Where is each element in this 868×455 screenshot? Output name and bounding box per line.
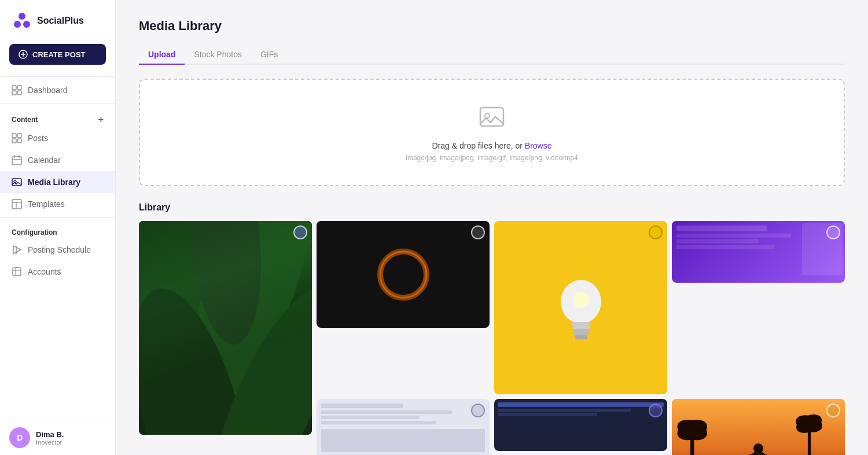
upload-dropzone[interactable]: Drag & drop files here, or Browse image/… xyxy=(139,79,845,186)
sidebar-item-calendar[interactable]: Calendar xyxy=(0,149,115,171)
library-item-3[interactable] xyxy=(494,221,667,394)
svg-rect-11 xyxy=(17,134,21,138)
sidebar-item-label-media-library: Media Library xyxy=(28,177,80,187)
logo-area: SocialPlus xyxy=(0,0,115,42)
library-title: Library xyxy=(139,202,845,213)
sidebar-divider-2 xyxy=(0,217,115,218)
configuration-section-label: Configuration xyxy=(0,220,115,239)
item-3-checkbox[interactable] xyxy=(649,225,663,239)
sidebar-divider-top xyxy=(0,76,115,77)
sidebar-item-label-posting-schedule: Posting Schedule xyxy=(28,245,91,254)
svg-point-2 xyxy=(23,21,30,28)
sidebar-item-label-calendar: Calendar xyxy=(28,156,61,165)
svg-rect-7 xyxy=(17,86,21,90)
upload-image-icon xyxy=(478,103,506,131)
svg-rect-18 xyxy=(12,179,21,186)
svg-rect-13 xyxy=(17,139,21,143)
content-add-icon[interactable]: + xyxy=(98,114,104,125)
item-1-checkbox[interactable] xyxy=(293,225,307,239)
sidebar: SocialPlus CREATE POST Dashboard Content… xyxy=(0,0,116,455)
logo-text: SocialPlus xyxy=(37,16,84,26)
svg-rect-6 xyxy=(12,86,16,90)
create-post-button[interactable]: CREATE POST xyxy=(9,44,106,65)
svg-marker-23 xyxy=(13,246,21,254)
ring-svg xyxy=(374,246,432,304)
create-post-icon xyxy=(19,50,28,59)
media-library-icon xyxy=(12,177,22,187)
library-item-7[interactable] xyxy=(672,399,845,455)
svg-point-1 xyxy=(14,21,21,28)
accounts-icon xyxy=(12,267,22,277)
svg-point-36 xyxy=(380,251,426,298)
bulb-svg xyxy=(552,264,610,351)
sidebar-item-label-templates: Templates xyxy=(28,199,65,209)
logo-icon xyxy=(12,10,32,31)
library-item-6[interactable] xyxy=(494,399,667,451)
svg-rect-12 xyxy=(12,139,16,143)
svg-point-49 xyxy=(753,443,763,453)
svg-rect-40 xyxy=(575,335,587,339)
sidebar-divider-1 xyxy=(0,103,115,104)
tab-upload[interactable]: Upload xyxy=(139,45,185,65)
user-info: Dima B. Inovector xyxy=(36,430,64,446)
sidebar-item-dashboard[interactable]: Dashboard xyxy=(0,79,115,101)
posts-icon xyxy=(12,133,22,143)
item-2-checkbox[interactable] xyxy=(471,225,485,239)
tab-stock-photos[interactable]: Stock Photos xyxy=(185,45,251,65)
svg-rect-9 xyxy=(17,91,21,95)
sidebar-item-media-library[interactable]: Media Library xyxy=(0,171,115,193)
svg-rect-8 xyxy=(12,91,16,95)
svg-rect-28 xyxy=(480,108,503,126)
tab-gifs[interactable]: GIFs xyxy=(251,45,287,65)
svg-point-29 xyxy=(485,113,490,118)
sidebar-item-posting-schedule[interactable]: Posting Schedule xyxy=(0,239,115,261)
svg-rect-20 xyxy=(12,199,21,209)
sidebar-item-accounts[interactable]: Accounts xyxy=(0,261,115,283)
item-7-checkbox[interactable] xyxy=(826,404,840,417)
svg-point-0 xyxy=(19,13,25,20)
upload-formats: image/jpg, image/jpeg, image/gif, image/… xyxy=(152,154,832,162)
grid-icon xyxy=(12,85,22,95)
sidebar-item-label-posts: Posts xyxy=(28,134,48,143)
calendar-icon xyxy=(12,155,22,165)
svg-rect-25 xyxy=(13,268,21,276)
item-6-checkbox[interactable] xyxy=(649,404,663,417)
sidebar-item-label-dashboard: Dashboard xyxy=(28,86,68,95)
library-grid xyxy=(139,221,845,455)
svg-rect-14 xyxy=(12,157,21,165)
posting-schedule-icon xyxy=(12,245,22,255)
svg-point-19 xyxy=(14,180,16,183)
svg-point-41 xyxy=(573,292,589,308)
library-item-4[interactable] xyxy=(672,221,845,283)
upload-drag-text: Drag & drop files here, or Browse xyxy=(152,141,832,150)
svg-rect-10 xyxy=(12,134,16,138)
avatar: D xyxy=(9,427,30,448)
tabs-bar: Upload Stock Photos GIFs xyxy=(139,45,845,65)
sidebar-item-templates[interactable]: Templates xyxy=(0,193,115,215)
main-content: Media Library Upload Stock Photos GIFs D… xyxy=(116,0,868,455)
svg-rect-39 xyxy=(573,329,589,335)
templates-icon xyxy=(12,199,22,209)
user-company: Inovector xyxy=(36,439,64,446)
content-section-label: Content + xyxy=(0,106,115,127)
item-4-checkbox[interactable] xyxy=(826,225,840,239)
library-item-1[interactable] xyxy=(139,221,312,435)
page-title: Media Library xyxy=(139,19,845,34)
sidebar-item-posts[interactable]: Posts xyxy=(0,127,115,149)
item-5-checkbox[interactable] xyxy=(471,404,485,417)
user-name: Dima B. xyxy=(36,430,64,439)
sidebar-item-label-accounts: Accounts xyxy=(28,267,61,276)
user-profile-area[interactable]: D Dima B. Inovector xyxy=(0,420,115,455)
svg-rect-38 xyxy=(572,322,590,329)
library-item-5[interactable] xyxy=(317,399,490,455)
browse-link[interactable]: Browse xyxy=(525,141,552,150)
library-item-2[interactable] xyxy=(317,221,490,328)
